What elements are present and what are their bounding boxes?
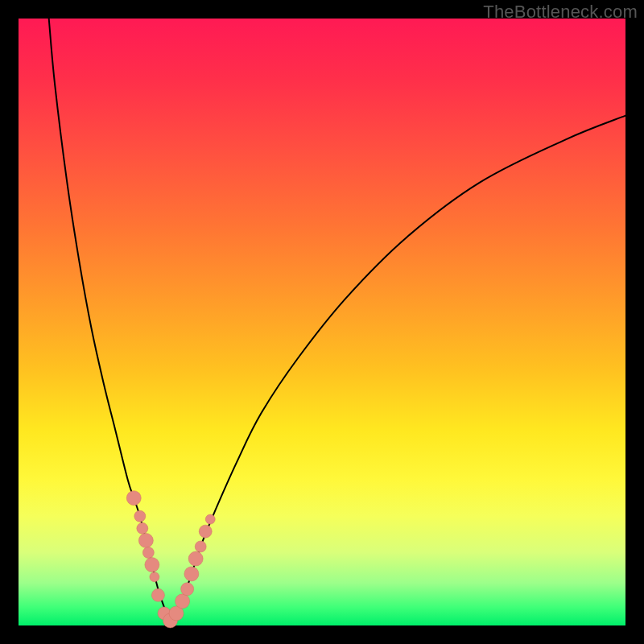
chart-frame: TheBottleneck.com <box>0 0 644 644</box>
data-marker <box>181 583 194 596</box>
chart-svg <box>19 19 625 625</box>
data-marker <box>195 541 206 552</box>
data-marker <box>150 572 159 582</box>
data-marker <box>126 491 141 506</box>
data-marker <box>184 567 199 581</box>
left-curve <box>49 19 171 621</box>
data-marker <box>199 525 212 538</box>
data-marker <box>138 533 153 547</box>
right-curve <box>171 116 626 621</box>
data-marker <box>142 547 154 559</box>
data-marker <box>134 510 146 522</box>
data-marker <box>151 588 164 601</box>
data-marker <box>188 551 203 566</box>
data-marker <box>137 522 148 534</box>
data-marker <box>145 558 159 572</box>
data-marker <box>175 594 190 609</box>
data-markers-group <box>126 491 215 628</box>
data-marker <box>205 514 215 524</box>
